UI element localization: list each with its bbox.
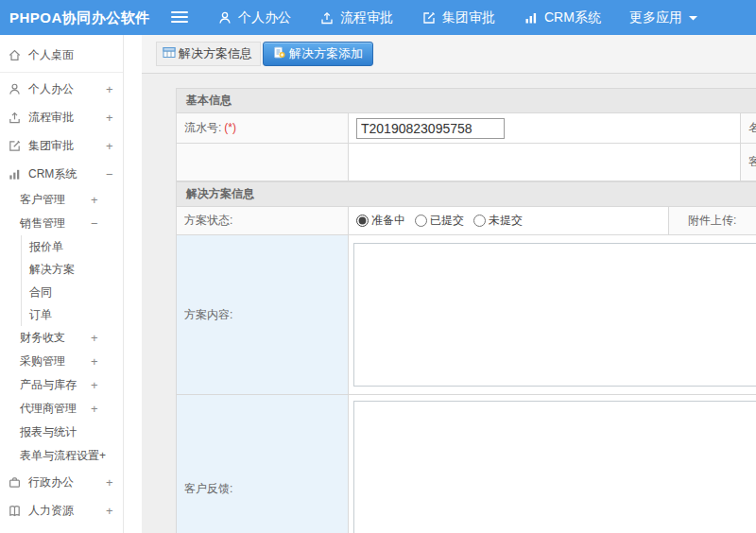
serial-number-label: 流水号: (184, 121, 221, 134)
sidebar-item-form-workflow-settings[interactable]: 表单与流程设置+ (0, 444, 142, 468)
chart-icon (8, 167, 22, 181)
sidebar-item-hr[interactable]: 人力资源 + (0, 496, 142, 524)
sidebar-item-agent-mgmt[interactable]: 代理商管理 + (0, 397, 142, 421)
solution-content-textarea[interactable] (353, 243, 756, 387)
sidebar-item-label: 产品与库存 (20, 377, 77, 393)
expand-toggle[interactable]: + (91, 193, 98, 207)
sidebar-item-label: 解决方案 (29, 262, 75, 278)
nav-item-more-apps[interactable]: 更多应用 (615, 0, 713, 35)
radio-label: 准备中 (371, 213, 405, 229)
expand-toggle[interactable]: + (91, 331, 98, 345)
expand-toggle[interactable]: + (91, 378, 98, 392)
sidebar-item-purchase[interactable]: 采购管理 + (0, 350, 142, 373)
content-label-cell: 方案内容: (177, 235, 349, 395)
sidebar-item-label: 个人办公 (28, 81, 74, 97)
nav-item-label: 更多应用 (629, 9, 682, 26)
expand-toggle[interactable]: + (91, 402, 98, 416)
sidebar: 个人桌面 个人办公 + 流程审批 + 集团审批 + CRM系统 − 客户管理 + (0, 35, 142, 533)
sidebar-item-personal-desktop[interactable]: 个人桌面 (0, 41, 142, 69)
sales-submenu: 报价单 解决方案 合同 订单 (21, 235, 142, 326)
customer-label-cell: 客户: (741, 144, 756, 181)
expand-toggle[interactable]: + (106, 139, 113, 153)
sidebar-item-label: CRM系统 (28, 166, 77, 182)
nav-item-label: 个人办公 (238, 9, 291, 26)
sidebar-item-label: 合同 (29, 284, 52, 301)
sidebar-item-label: 流程审批 (28, 110, 74, 126)
app-window: PHPOA协同办公软件 个人办公 流程审批 集团审批 CRM系统 更多应用 (0, 0, 756, 533)
radio-unsubmitted[interactable] (473, 215, 486, 227)
expand-toggle[interactable]: + (106, 504, 113, 518)
workflow-icon (8, 111, 22, 125)
sidebar-item-group-approval[interactable]: 集团审批 + (0, 131, 142, 160)
customer-label: 客户: (748, 155, 756, 168)
feedback-label-cell: 客户反馈: (177, 395, 349, 533)
radio-preparing[interactable] (356, 215, 369, 227)
sidebar-item-order[interactable]: 订单 (22, 303, 142, 326)
sidebar-item-admin-office[interactable]: 行政办公 + (0, 468, 142, 496)
customer-feedback-label: 客户反馈: (184, 482, 232, 495)
nav-item-personal-office[interactable]: 个人办公 (203, 0, 305, 35)
sidebar-item-document-mgmt[interactable]: 公文管理 + (0, 524, 142, 533)
radio-option-submitted[interactable]: 已提交 (415, 213, 464, 229)
sidebar-item-crm[interactable]: CRM系统 − (0, 160, 142, 188)
nav-item-group-approval[interactable]: 集团审批 (407, 0, 509, 35)
expand-toggle[interactable]: + (106, 475, 113, 490)
tab-label: 解决方案信息 (179, 45, 252, 62)
add-solution-button[interactable]: 解决方案添加 (263, 42, 373, 66)
nav-item-label: CRM系统 (544, 9, 601, 26)
radio-label: 未提交 (489, 213, 523, 229)
sidebar-item-customer-mgmt[interactable]: 客户管理 + (0, 188, 142, 212)
expand-toggle[interactable]: − (106, 167, 113, 181)
radio-option-unsubmitted[interactable]: 未提交 (473, 213, 523, 229)
sidebar-item-contract[interactable]: 合同 (22, 281, 142, 303)
serial-number-input[interactable] (356, 118, 505, 139)
radio-submitted[interactable] (415, 215, 427, 227)
customer-feedback-textarea[interactable] (353, 401, 756, 533)
radio-option-preparing[interactable]: 准备中 (356, 213, 405, 229)
home-icon (8, 48, 22, 62)
expand-toggle[interactable]: + (91, 354, 98, 369)
sidebar-item-workflow-approval[interactable]: 流程审批 + (0, 103, 142, 131)
empty-input-cell (349, 144, 741, 181)
expand-toggle[interactable]: + (106, 111, 113, 125)
top-navbar: PHPOA协同办公软件 个人办公 流程审批 集团审批 CRM系统 更多应用 (0, 0, 756, 35)
sidebar-item-finance[interactable]: 财务收支 + (0, 326, 142, 350)
sidebar-item-label: 行政办公 (28, 474, 74, 490)
required-mark: (*) (224, 121, 236, 134)
tab-solution-info[interactable]: 解决方案信息 (156, 42, 261, 66)
sidebar-item-personal-office[interactable]: 个人办公 + (0, 75, 142, 103)
sidebar-item-reports[interactable]: 报表与统计 (0, 421, 142, 444)
nav-item-workflow-approval[interactable]: 流程审批 (305, 0, 407, 35)
edit-icon (421, 10, 437, 26)
nav-menu: 个人办公 流程审批 集团审批 CRM系统 更多应用 (203, 0, 713, 35)
sidebar-item-sales-mgmt[interactable]: 销售管理 − (0, 212, 142, 235)
status-label-cell: 方案状态: (177, 207, 349, 235)
empty-label-cell (177, 144, 349, 181)
sidebar-item-label: 个人桌面 (28, 47, 74, 63)
sidebar-item-label: 集团审批 (28, 138, 74, 154)
sidebar-divider (0, 72, 123, 73)
sidebar-item-label: 销售管理 (20, 215, 65, 232)
book-icon (8, 504, 22, 518)
expand-toggle[interactable]: + (106, 82, 113, 96)
add-icon (273, 46, 285, 61)
status-radio-cell: 准备中 已提交 未提交 (349, 207, 669, 235)
section-header-solution-info: 解决方案信息 (177, 182, 756, 207)
sidebar-item-product-inventory[interactable]: 产品与库存 + (0, 373, 142, 397)
feedback-editor-cell (349, 395, 756, 533)
expand-toggle[interactable]: − (91, 216, 98, 231)
attachment-upload-label: 附件上传: (688, 214, 736, 227)
caret-down-icon (688, 14, 698, 22)
sidebar-item-label: 报表与统计 (20, 424, 77, 440)
edit-icon (8, 139, 22, 153)
radio-label: 已提交 (430, 213, 464, 229)
sidebar-item-quotation[interactable]: 报价单 (22, 235, 142, 258)
sidebar-item-solution[interactable]: 解决方案 (22, 258, 142, 281)
app-logo: PHPOA协同办公软件 (9, 0, 150, 35)
nav-item-crm[interactable]: CRM系统 (509, 0, 615, 35)
sidebar-item-label: 采购管理 (20, 353, 65, 370)
serial-number-input-cell (349, 113, 741, 144)
tab-bar: 解决方案信息 解决方案添加 (142, 35, 756, 74)
hamburger-menu-icon[interactable] (171, 9, 188, 25)
user-icon (8, 82, 22, 96)
